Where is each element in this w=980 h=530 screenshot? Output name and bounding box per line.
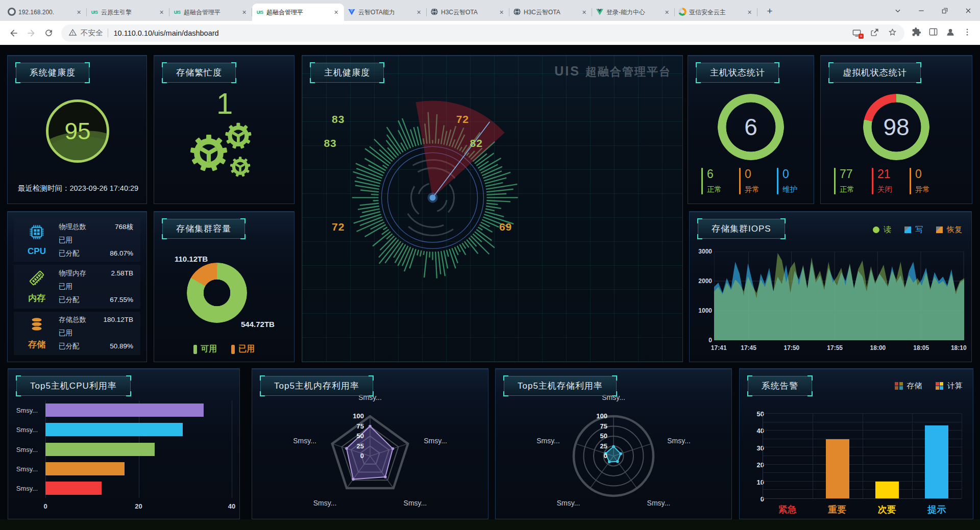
svg-text:75: 75 [357,422,364,430]
uis-favicon: UIS [90,8,99,16]
browser-tab[interactable]: 登录-能力中心× [592,4,675,21]
alerts-legend-item[interactable]: 存储 [895,381,922,391]
menu-kebab-icon[interactable] [963,28,972,39]
x-axis-tick: 17:41 [711,344,727,351]
panel-title: 系统告警 [762,381,798,391]
address-bar[interactable]: 不安全 10.110.0.10/uis/main/dashboard × [61,24,904,42]
y-axis-tick: 2000 [698,277,712,285]
browser-tab[interactable]: 亚信安全云主× [675,4,757,21]
capacity-legend-item[interactable]: 可用 [193,344,217,355]
stat-label: 维护 [782,185,797,194]
capacity-legend-item[interactable]: 已用 [231,344,255,355]
not-secure-warning-icon [68,28,77,38]
browser-tab[interactable]: H3C云智OTA× [427,4,509,21]
browser-tab[interactable]: UIS超融合管理平× [252,4,344,21]
resource-metric: 已用 [59,326,133,340]
panel-host-status: 主机状态统计 6 6正常0异常0维护 [688,55,814,204]
panel-title: 系统健康度 [30,68,76,78]
share-icon[interactable] [870,28,879,39]
side-panel-icon[interactable] [928,27,938,39]
panel-title-box: 虚拟机状态统计 [829,63,921,83]
tab-close-button[interactable]: × [663,8,671,17]
panel-vm-status: 虚拟机状态统计 98 77正常21关闭0异常 [820,55,972,204]
alert-category-label: 次要 [878,503,896,516]
new-tab-button[interactable]: + [763,4,777,18]
profile-avatar[interactable] [945,27,955,39]
last-check-time: 最近检测时间：2023-09-26 17:40:29 [18,184,138,193]
host-health-value: 82 [470,137,483,149]
panel-title-box: 主机状态统计 [696,63,779,83]
tab-title: 云智OTA能力 [358,8,412,17]
svg-text:75: 75 [600,422,607,430]
svg-text:Smsy...: Smsy... [424,437,447,445]
capacity-used-label: 110.12TB [175,255,208,263]
reload-button[interactable] [40,24,57,42]
url-text[interactable]: 10.110.0.10/uis/main/dashboard [114,29,219,37]
x-axis-tick: 40 [228,502,235,510]
panel-title-box: 系统健康度 [16,63,89,83]
panel-title-box: Top5主机存储利用率 [504,376,617,396]
panel-title: 存储繁忙度 [176,68,222,78]
iops-legend-item[interactable]: 读 [873,225,891,235]
tab-strip: 192.168.200.×UIS云原生引擎×UIS超融合管理平×UIS超融合管理… [0,0,980,21]
host-health-value: 69 [499,221,512,233]
back-button[interactable] [5,24,22,42]
extensions-puzzle-icon[interactable] [912,27,921,39]
tab-close-button[interactable]: × [157,8,166,17]
capacity-donut [187,263,247,323]
host-total: 6 [718,94,784,160]
alerts-legend-item[interactable]: 计算 [936,381,963,391]
browser-tab[interactable]: UIS超融合管理平× [169,4,252,21]
vm-total: 98 [863,94,929,160]
restore-button[interactable] [933,0,957,21]
cpu-bar-label: Smsy... [16,407,38,414]
browser-tab[interactable]: 192.168.200.× [4,4,87,21]
status-stat: 6正常 [701,168,739,194]
svg-text:100: 100 [596,412,607,420]
error-badge: × [859,34,864,39]
cpu-bar-label: Smsy... [16,426,38,434]
tab-close-button[interactable]: × [497,8,506,17]
status-stat: 77正常 [834,168,872,194]
iops-legend-item[interactable]: 写 [904,225,923,235]
resource-metric: 已分配86.07% [59,247,133,260]
panel-title: Top5主机CPU利用率 [30,381,117,391]
tab-title: 超融合管理平 [184,8,237,17]
x-axis-tick: 18:10 [951,344,967,351]
legend-label: 恢复 [947,225,962,235]
panel-resources: CPU物理总数768核已用已分配86.07%内存物理内存2.58TB已用已分配6… [7,211,147,362]
panel-title-box: 系统告警 [748,376,812,396]
tab-search-chevron-icon[interactable] [886,0,910,21]
tab-close-button[interactable]: × [75,8,83,17]
tab-close-button[interactable]: × [580,8,589,17]
panel-title: Top5主机内存利用率 [274,381,359,391]
browser-tab[interactable]: 云智OTA能力× [344,4,427,21]
svg-text:25: 25 [357,442,364,450]
iops-legend-item[interactable]: 恢复 [936,225,962,235]
tab-title: H3C云智OTA [441,8,495,17]
panel-top5-cpu: Top5主机CPU利用率 Smsy...Smsy...Smsy...Smsy..… [8,368,240,519]
minimize-button[interactable] [910,0,933,21]
stat-value: 6 [707,168,722,180]
svg-text:Smsy...: Smsy... [404,499,427,507]
x-axis-tick: 18:00 [870,344,886,351]
legend-label: 写 [915,225,923,235]
stat-color-bar [739,168,741,194]
panel-title-box: Top5主机CPU利用率 [16,376,131,396]
alert-category-label: 重要 [828,503,846,516]
forward-button[interactable] [22,24,40,42]
svg-text:Smsy...: Smsy... [557,499,580,507]
browser-tab[interactable]: H3C云智OTA× [509,4,592,21]
tab-close-button[interactable]: × [332,8,340,17]
tab-close-button[interactable]: × [745,8,754,17]
x-axis-tick: 18:05 [913,344,929,351]
tab-close-button[interactable]: × [240,8,249,17]
resource-row: CPU物理总数768核已用已分配86.07% [14,218,140,262]
browser-tab[interactable]: UIS云原生引擎× [87,4,169,21]
security-label[interactable]: 不安全 [81,28,103,38]
send-to-device-icon[interactable]: × [852,28,862,38]
tab-close-button[interactable]: × [414,8,423,17]
bookmark-star-icon[interactable] [888,28,897,39]
panel-title: 虚拟机状态统计 [843,68,907,78]
close-window-button[interactable] [957,0,980,21]
